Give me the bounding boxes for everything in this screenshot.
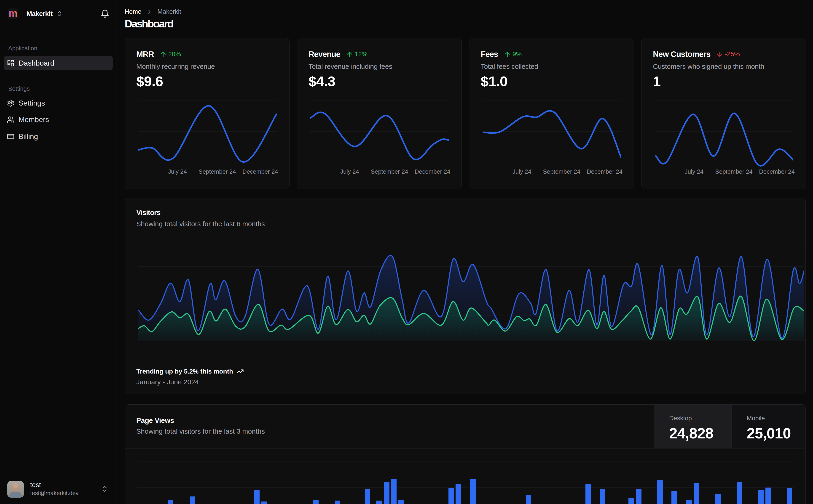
svg-text:m: m (8, 8, 17, 19)
